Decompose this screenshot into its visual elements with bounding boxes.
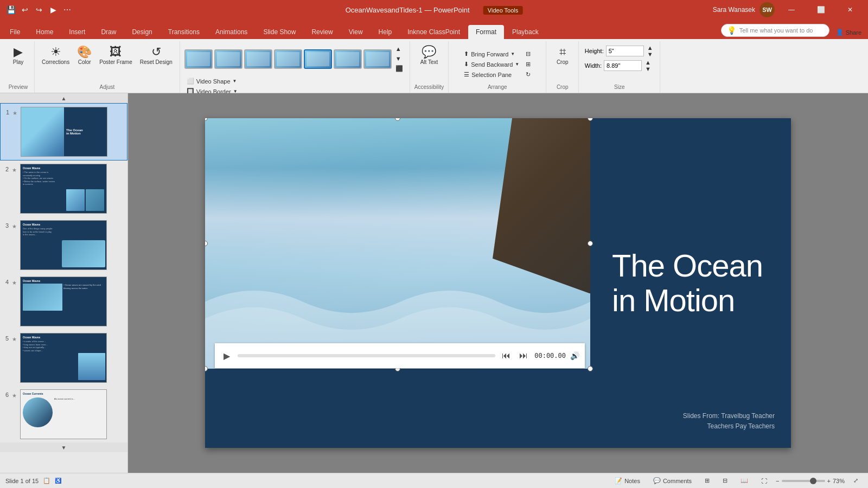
- rotate-icon: ↻: [526, 71, 531, 78]
- rotate-button[interactable]: ↻: [524, 70, 533, 79]
- more-icon[interactable]: ⋯: [62, 4, 73, 15]
- slide-star-2: ★: [12, 167, 17, 173]
- normal-view-button[interactable]: ⊞: [700, 476, 714, 485]
- video-style-6[interactable]: [334, 49, 362, 69]
- color-button[interactable]: 🎨 Color: [74, 44, 94, 67]
- play-pause-button[interactable]: ▶: [220, 349, 233, 362]
- tab-view[interactable]: View: [341, 25, 371, 39]
- undo-icon[interactable]: ↩: [20, 4, 30, 15]
- tab-draw[interactable]: Draw: [93, 25, 124, 39]
- slide-item-1[interactable]: 1 ★ The Ocean in Motion: [0, 103, 127, 160]
- main-area: ▲ 1 ★ The Ocean in Motion 2 ★ Ocean Wave…: [0, 93, 868, 473]
- redo-icon[interactable]: ↪: [34, 4, 44, 15]
- slide-item-2[interactable]: 2 ★ Ocean Waves • The water in the ocean…: [0, 160, 127, 217]
- reset-design-button[interactable]: ↺ Reset Design: [137, 44, 175, 67]
- video-style-4[interactable]: [274, 49, 302, 69]
- height-input[interactable]: [606, 46, 644, 56]
- video-style-2[interactable]: [214, 49, 242, 69]
- slide-thumb-2: Ocean Waves • The water in the ocean is …: [20, 164, 107, 214]
- tab-file[interactable]: File: [2, 25, 28, 39]
- tab-format[interactable]: Format: [468, 25, 504, 39]
- slide-star-4: ★: [12, 280, 17, 286]
- tab-inknoe[interactable]: Inknoe ClassPoint: [400, 25, 468, 39]
- tab-animations[interactable]: Animations: [208, 25, 255, 39]
- video-shape-button[interactable]: ⬜ Video Shape ▼: [184, 76, 240, 86]
- fit-to-window-button[interactable]: ⤢: [849, 476, 863, 485]
- tab-insert[interactable]: Insert: [61, 25, 93, 39]
- video-style-3[interactable]: [244, 49, 272, 69]
- slide-item-6[interactable]: 6 ★ Ocean Currents An ocean current is..…: [0, 386, 127, 442]
- share-button[interactable]: 👤 Share: [834, 28, 864, 37]
- presenter-view-button[interactable]: ⛶: [757, 477, 771, 485]
- tab-review[interactable]: Review: [304, 25, 340, 39]
- adjust-content: ☀ Corrections 🎨 Color 🖼 Poster Frame ↺ R…: [39, 42, 175, 84]
- status-accessibility: ♿: [55, 478, 61, 484]
- height-up[interactable]: ▲: [646, 44, 654, 51]
- styles-more-button[interactable]: ⬛: [393, 64, 405, 73]
- slide-item-3[interactable]: 3 ★ Ocean Waves One of the things many p…: [0, 217, 127, 273]
- poster-frame-button[interactable]: 🖼 Poster Frame: [97, 44, 135, 67]
- slide-item-4[interactable]: 4 ★ Ocean Waves • Ocean waves are caused…: [0, 273, 127, 330]
- tab-home[interactable]: Home: [28, 25, 61, 39]
- preview-label: Preview: [9, 84, 28, 92]
- arrange-label: Arrange: [488, 84, 507, 92]
- video-style-5[interactable]: [304, 49, 332, 69]
- notes-button[interactable]: 📝 Notes: [610, 476, 644, 485]
- volume-button[interactable]: 🔊: [570, 351, 579, 360]
- minimize-button[interactable]: —: [779, 0, 804, 20]
- rewind-button[interactable]: ⏮: [500, 349, 513, 362]
- tab-transitions[interactable]: Transitions: [161, 25, 207, 39]
- height-down[interactable]: ▼: [646, 51, 654, 57]
- width-row: Width: ▲ ▼: [585, 59, 654, 72]
- save-icon[interactable]: 💾: [5, 4, 16, 15]
- slide-number-2: 2: [2, 166, 9, 172]
- video-shape-dropdown: ▼: [233, 79, 237, 84]
- user-avatar[interactable]: SW: [760, 2, 775, 17]
- handle-bottom-left[interactable]: [205, 366, 208, 371]
- close-button[interactable]: ✕: [838, 0, 863, 20]
- tab-playback[interactable]: Playback: [505, 25, 546, 39]
- video-style-7[interactable]: [363, 49, 392, 69]
- alt-text-button[interactable]: 💬 Alt Text: [418, 44, 441, 67]
- send-backward-button[interactable]: ⬇ Send Backward ▼: [462, 60, 521, 69]
- corrections-button[interactable]: ☀ Corrections: [39, 44, 72, 67]
- width-down[interactable]: ▼: [644, 66, 652, 72]
- reading-view-button[interactable]: 📖: [736, 476, 752, 485]
- styles-up-button[interactable]: ▲: [393, 44, 405, 53]
- styles-down-button[interactable]: ▼: [393, 54, 405, 63]
- scroll-down-button[interactable]: ▼: [0, 442, 127, 452]
- align-button[interactable]: ⊟: [524, 49, 533, 59]
- zoom-controls: − + 73%: [776, 478, 845, 484]
- slide-sorter-button[interactable]: ⊟: [718, 476, 732, 485]
- play-button[interactable]: ▶ Play: [9, 44, 28, 67]
- crop-button[interactable]: ⌗ Crop: [553, 44, 572, 67]
- group-button[interactable]: ⊞: [524, 60, 533, 69]
- zoom-slider[interactable]: [782, 480, 825, 482]
- bring-forward-button[interactable]: ⬆ Bring Forward ▼: [462, 49, 521, 59]
- slide-item-5[interactable]: 5 ★ Ocean Waves • a water of the ocean .…: [0, 330, 127, 386]
- fast-forward-button[interactable]: ⏭: [517, 349, 530, 362]
- scroll-up-button[interactable]: ▲: [0, 93, 127, 103]
- video-style-1[interactable]: [184, 49, 213, 69]
- handle-bottom-right[interactable]: [588, 366, 593, 371]
- play-icon: ▶: [14, 46, 23, 58]
- video-controls: ▶ ⏮ ⏭ 00:00.00 🔊: [215, 343, 585, 368]
- restore-button[interactable]: ⬜: [808, 0, 833, 20]
- tell-me-search[interactable]: 💡 Tell me what you want to do: [721, 24, 829, 37]
- slide-number-4: 4: [2, 279, 9, 285]
- tab-design[interactable]: Design: [124, 25, 159, 39]
- zoom-out-button[interactable]: −: [776, 478, 779, 484]
- present-icon[interactable]: ▶: [48, 4, 59, 15]
- comments-button[interactable]: 💬 Comments: [649, 476, 696, 485]
- progress-bar[interactable]: [238, 354, 495, 357]
- tab-slideshow[interactable]: Slide Show: [256, 25, 303, 39]
- handle-mid-right[interactable]: [588, 241, 593, 246]
- video-element[interactable]: [205, 118, 590, 369]
- handle-top-right[interactable]: [588, 118, 593, 121]
- selection-pane-button[interactable]: ☰ Selection Pane: [462, 70, 521, 79]
- statusbar: Slide 1 of 15 📋 ♿ 📝 Notes 💬 Comments ⊞ ⊟…: [0, 473, 868, 488]
- width-input[interactable]: [604, 60, 642, 71]
- width-up[interactable]: ▲: [644, 59, 652, 66]
- zoom-in-button[interactable]: +: [827, 478, 831, 484]
- tab-help[interactable]: Help: [371, 25, 400, 39]
